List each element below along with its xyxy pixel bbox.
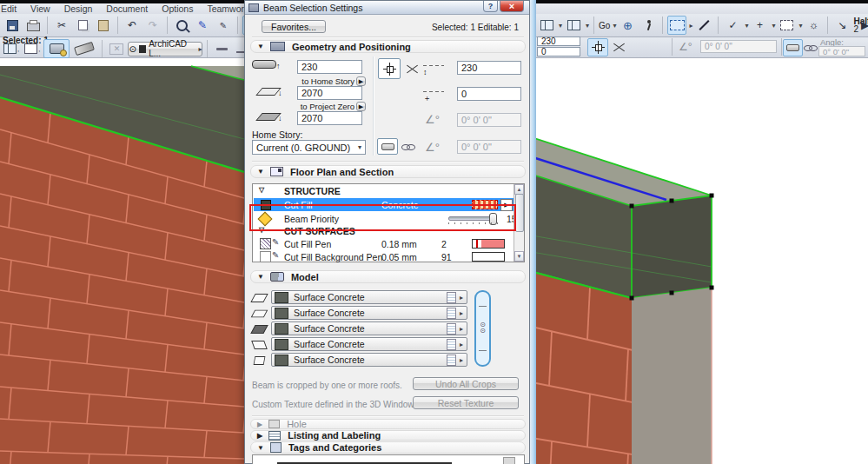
infobox-anchor-button[interactable]	[587, 38, 608, 56]
layout-book-button[interactable]	[564, 16, 583, 35]
favorites-flyout-button[interactable]: ,	[23, 39, 42, 58]
menu-edit[interactable]: Edit	[0, 3, 23, 14]
model-section-icon	[270, 272, 284, 282]
reference-axis-button[interactable]	[401, 58, 423, 79]
scrollbar-thumb[interactable]	[515, 194, 524, 232]
paste-button[interactable]	[94, 16, 113, 35]
orbit-button[interactable]: ⊕	[618, 16, 637, 35]
bottom-elevation-field[interactable]: 2070	[297, 111, 362, 125]
line-type-button[interactable]	[212, 39, 231, 58]
redo-button[interactable]: ↷	[143, 16, 162, 35]
section-tags-header[interactable]: ▼ Tags and Categories	[250, 441, 526, 454]
rotation-angle-field[interactable]: 0° 0' 0"	[457, 140, 521, 154]
anchor-point-button[interactable]	[378, 58, 401, 79]
slant-angle-field[interactable]: 0° 0' 0"	[457, 113, 521, 127]
edit-elements-dropdown[interactable]: ▾	[798, 22, 802, 30]
marquee-flyout[interactable]: ▸	[689, 22, 692, 30]
suspend-groups-button[interactable]: ✓	[723, 16, 742, 35]
explore-walk-button[interactable]	[639, 16, 658, 35]
view-settings-dropdown[interactable]: ▾	[559, 22, 562, 30]
to-home-story-link[interactable]: to Home Story	[280, 76, 354, 86]
settings-flyout-button[interactable]: ,	[2, 39, 21, 58]
edit-elements-button[interactable]	[777, 16, 796, 35]
section-listing-header[interactable]: ▶ Listing and Labeling	[250, 430, 526, 441]
undo-button[interactable]: ↶	[123, 16, 142, 35]
scroll-down-icon[interactable]: ▼	[514, 251, 524, 262]
beam-height-icon: ↑	[252, 60, 281, 70]
cut-fill-bg-pen-row[interactable]: ✎ Cut Fill Background Pen 0.05 mm 91	[254, 250, 516, 262]
home-story-dropdown[interactable]: Current (0. GROUND) ▾	[252, 140, 366, 155]
print-button[interactable]	[23, 16, 43, 35]
beam-offset-field[interactable]: 0	[457, 87, 521, 101]
surface-left-button[interactable]: Surface Concrete ▸	[271, 290, 467, 304]
to-project-zero-flyout[interactable]: ▶	[356, 102, 366, 111]
undo-all-crops-button[interactable]: Undo All Crops	[413, 377, 519, 390]
infobox-mirror-button[interactable]	[608, 38, 629, 56]
beam-width-field[interactable]: 230	[457, 61, 521, 75]
beam-offset-icon: ＋	[423, 91, 451, 104]
inject-parameters-button[interactable]: ✎	[214, 16, 233, 35]
save-button[interactable]	[3, 16, 22, 35]
close-icon: ×	[509, 1, 514, 11]
section-model-header[interactable]: ▼ Model	[250, 270, 526, 283]
surface-bottom-button[interactable]: Surface Concrete ▸	[271, 337, 467, 351]
pick-up-parameters-button[interactable]: ✎	[193, 16, 212, 35]
to-project-zero-link[interactable]: to Project Zero	[275, 102, 354, 111]
layer-quick-button[interactable]: ⊙ ArchiCAD L... ▸	[128, 42, 202, 56]
section-floorplan-header[interactable]: ▼ Floor Plan and Section	[250, 165, 526, 178]
section-geometry-header[interactable]: ▼ Geometry and Positioning	[250, 40, 526, 53]
add-selection-button[interactable]: +	[750, 16, 769, 35]
trace-reference-button[interactable]: ↘	[832, 16, 851, 35]
marquee-tool-button[interactable]	[667, 16, 686, 35]
line-tool-button[interactable]	[694, 16, 713, 35]
add-selection-dropdown[interactable]: ▾	[772, 22, 775, 30]
slant-angle-icon: ∠°	[679, 41, 692, 53]
go-dropdown[interactable]: ▾	[613, 22, 616, 30]
surface-painter-button[interactable]	[43, 39, 70, 58]
curved-beam-button[interactable]	[397, 138, 418, 155]
structure-group-row[interactable]: ▽ STRUCTURE	[254, 186, 516, 197]
dialog-close-button[interactable]: ×	[500, 1, 524, 12]
suspend-groups-dropdown[interactable]: ▾	[745, 22, 748, 30]
group-collapse-icon[interactable]: ▽	[259, 186, 264, 194]
3d-view-left[interactable]	[0, 57, 244, 464]
infobox-curved-beam-button[interactable]	[800, 39, 820, 56]
cut-fill-pen-row[interactable]: ✎ Cut Fill Pen 0.18 mm 2	[254, 237, 516, 250]
reset-texture-button[interactable]: Reset Texture	[413, 396, 519, 409]
infobox-slant-field[interactable]: 0° 0' 0"	[700, 40, 777, 53]
favorites-button[interactable]: Favorites...	[262, 20, 326, 33]
find-select-button[interactable]	[172, 16, 191, 35]
copy-button[interactable]	[73, 16, 92, 35]
infobox-height-field[interactable]: 230	[537, 36, 580, 46]
beam-tool-button[interactable]	[71, 39, 97, 58]
layout-book-dropdown[interactable]: ▾	[586, 22, 589, 30]
tags-section-icon	[270, 442, 282, 453]
cut-button[interactable]: ✂	[52, 16, 71, 35]
view-settings-button[interactable]	[537, 16, 556, 35]
surface-side-button[interactable]: Surface Concrete ▸	[271, 321, 467, 335]
menu-options[interactable]: Options	[155, 3, 200, 14]
magic-wand-button[interactable]: ☼	[804, 16, 823, 35]
pen-color-swatch[interactable]	[472, 239, 505, 249]
infobox-elevation-field[interactable]: 0	[537, 47, 580, 56]
toolbar-overflow-button[interactable]: ▶	[859, 16, 868, 35]
menu-design[interactable]: Design	[57, 3, 100, 14]
to-home-story-flyout[interactable]: ▶	[356, 76, 366, 86]
beam-3d-icon	[74, 42, 95, 56]
straight-beam-button[interactable]	[377, 138, 398, 155]
3d-view-right[interactable]	[532, 57, 868, 464]
section-hole-header[interactable]: ▶ Hole	[250, 419, 526, 429]
menu-document[interactable]: Document	[99, 3, 155, 14]
surface-top-button[interactable]: Surface Concrete ▸	[271, 306, 467, 320]
go-menu[interactable]: Go	[599, 21, 610, 30]
dialog-help-button[interactable]: ?	[483, 1, 498, 12]
menu-view[interactable]: View	[23, 3, 57, 14]
pen-icon: ✎	[220, 21, 227, 30]
pen-color-swatch[interactable]	[472, 252, 505, 262]
top-elevation-field[interactable]: 2070	[297, 86, 362, 100]
surface-chain-toggle[interactable]: ⊙⊙	[474, 290, 491, 367]
surface-end-button[interactable]: Surface Concrete ▸	[271, 353, 467, 367]
beam-height-field[interactable]: 230	[297, 60, 362, 74]
infobox-angle-field[interactable]: 0° 0' 0"	[818, 46, 865, 56]
stretch-disabled-button[interactable]: ✕	[107, 39, 126, 58]
